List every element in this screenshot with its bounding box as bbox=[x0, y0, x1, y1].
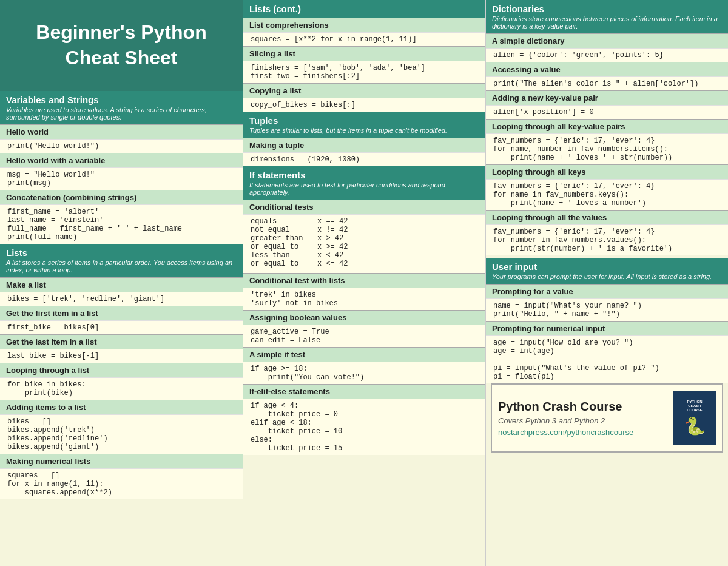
cond-label-gte: or equal to bbox=[251, 243, 311, 251]
hello-world-var-code: msg = "Hello world!" print(msg) bbox=[0, 167, 243, 190]
slicing-list-code: finishers = ['sam', 'bob', 'ada', 'bea']… bbox=[243, 61, 485, 83]
prompting-num-header: Prompting for numerical input bbox=[486, 321, 728, 335]
loop-vals-header: Looping through all the values bbox=[486, 210, 728, 224]
lists-section-header: Lists A list stores a series of items in… bbox=[0, 244, 243, 277]
prompting-num-code: age = input("How old are you? ") age = i… bbox=[486, 335, 728, 383]
loop-keys-header: Looping through all keys bbox=[486, 164, 728, 179]
prompting-val-header: Prompting for a value bbox=[486, 284, 728, 298]
adding-items-code: bikes = [] bikes.append('trek') bikes.ap… bbox=[0, 414, 243, 454]
cond-val-gt: x > 42 bbox=[317, 234, 343, 243]
concatenation-code: first_name = 'albert' last_name = 'einst… bbox=[0, 204, 243, 244]
page: Beginner's Python Cheat Sheet Variables … bbox=[0, 0, 728, 566]
cond-label-lt: less than bbox=[251, 251, 311, 260]
loop-vals-code: fav_numbers = {'eric': 17, 'ever': 4} fo… bbox=[486, 224, 728, 255]
cond-lists-code: 'trek' in bikes 'surly' not in bikes bbox=[243, 288, 485, 310]
list-comp-header: List comprehensions bbox=[243, 18, 485, 32]
add-kv-header: Adding a new key-value pair bbox=[486, 90, 728, 105]
hello-world-var-header: Hello world with a variable bbox=[0, 153, 243, 167]
if-elif-code: if age < 4: ticket_price = 0 elif age < … bbox=[243, 399, 485, 455]
boolean-header: Assigning boolean values bbox=[243, 310, 485, 325]
user-input-section-header: User input Your programs can prompt the … bbox=[486, 258, 728, 284]
adding-items-header: Adding items to a list bbox=[0, 400, 243, 414]
cond-row-equals: equals x == 42 bbox=[251, 217, 478, 226]
cond-label-not-equal: not equal bbox=[251, 226, 311, 234]
variables-section-header: Variables and Strings Variables are used… bbox=[0, 91, 243, 124]
concatenation-header: Concatenation (combining strings) bbox=[0, 190, 243, 204]
add-kv-code: alien['x_position'] = 0 bbox=[486, 105, 728, 119]
cond-lists-header: Conditional test with lists bbox=[243, 273, 485, 288]
cond-val-not-equal: x != 42 bbox=[317, 226, 348, 234]
book-cover-snake: 🐍 bbox=[684, 416, 706, 436]
loop-all-kv-code: fav_numbers = {'eric': 17, 'ever': 4} fo… bbox=[486, 133, 728, 164]
cond-label-gt: greater than bbox=[251, 234, 311, 243]
slicing-list-header: Slicing a list bbox=[243, 46, 485, 61]
book-promo: Python Crash Course Covers Python 3 and … bbox=[491, 383, 723, 453]
make-list-header: Make a list bbox=[0, 277, 243, 292]
simple-dict-code: alien = {'color': 'green', 'points': 5} bbox=[486, 48, 728, 62]
cond-row-lt: less than x < 42 bbox=[251, 251, 478, 260]
numerical-lists-header: Making numerical lists bbox=[0, 454, 243, 468]
hello-world-code: print("Hello world!") bbox=[0, 139, 243, 153]
copying-list-code: copy_of_bikes = bikes[:] bbox=[243, 98, 485, 112]
make-list-code: bikes = ['trek', 'redline', 'giant'] bbox=[0, 292, 243, 306]
cond-label-lte: or equal to bbox=[251, 260, 311, 268]
user-input-desc: Your programs can prompt the user for in… bbox=[492, 273, 722, 280]
lists-header: Lists bbox=[6, 248, 237, 258]
cond-label-equals: equals bbox=[251, 217, 311, 226]
column-2: Lists (cont.) List comprehensions square… bbox=[243, 0, 485, 566]
dict-desc: Dictionaries store connections between p… bbox=[492, 15, 722, 30]
variables-desc: Variables are used to store values. A st… bbox=[6, 106, 237, 121]
column-3: Dictionaries Dictionaries store connecti… bbox=[485, 0, 728, 566]
last-item-header: Get the last item in a list bbox=[0, 334, 243, 349]
simple-dict-header: A simple dictionary bbox=[486, 33, 728, 48]
first-item-header: Get the first item in a list bbox=[0, 306, 243, 320]
simple-if-header: A simple if test bbox=[243, 347, 485, 362]
numerical-lists-code: squares = [] for x in range(1, 11): squa… bbox=[0, 468, 243, 499]
book-text: Python Crash Course Covers Python 3 and … bbox=[498, 400, 667, 437]
access-val-header: Accessing a value bbox=[486, 62, 728, 76]
cond-tests-header: Conditional tests bbox=[243, 200, 485, 214]
tuples-desc: Tuples are similar to lists, but the ite… bbox=[249, 127, 479, 134]
title-block: Beginner's Python Cheat Sheet bbox=[0, 0, 243, 91]
cond-row-lte: or equal to x <= 42 bbox=[251, 260, 478, 268]
book-link: nostarchpress.com/pythoncrashcourse bbox=[498, 428, 667, 437]
cond-row-gt: greater than x > 42 bbox=[251, 234, 478, 243]
cond-row-not-equal: not equal x != 42 bbox=[251, 226, 478, 234]
loop-keys-code: fav_numbers = {'eric': 17, 'ever': 4} fo… bbox=[486, 179, 728, 210]
cond-tests-code: equals x == 42 not equal x != 42 greater… bbox=[243, 214, 485, 273]
variables-header: Variables and Strings bbox=[6, 95, 237, 105]
loop-all-kv-header: Looping through all key-value pairs bbox=[486, 119, 728, 133]
copying-list-header: Copying a list bbox=[243, 83, 485, 98]
page-title: Beginner's Python Cheat Sheet bbox=[36, 20, 206, 70]
hello-world-header: Hello world bbox=[0, 124, 243, 139]
book-cover: PYTHONCRASHCOURSE 🐍 bbox=[673, 391, 716, 445]
lists-desc: A list stores a series of items in a par… bbox=[6, 259, 237, 274]
cond-val-gte: x >= 42 bbox=[317, 243, 348, 251]
lists-cont-header: Lists (cont.) bbox=[243, 0, 485, 18]
first-item-code: first_bike = bikes[0] bbox=[0, 320, 243, 334]
cond-val-lte: x <= 42 bbox=[317, 260, 348, 268]
prompting-val-code: name = input("What's your name? ") print… bbox=[486, 298, 728, 321]
dict-section-header: Dictionaries Dictionaries store connecti… bbox=[486, 0, 728, 33]
book-cover-title: PYTHONCRASHCOURSE bbox=[687, 400, 703, 413]
cond-val-lt: x < 42 bbox=[317, 251, 343, 260]
simple-if-code: if age >= 18: print("You can vote!") bbox=[243, 362, 485, 384]
dict-header: Dictionaries bbox=[492, 4, 722, 14]
tuples-header: Tuples bbox=[249, 115, 479, 126]
making-tuple-code: dimensions = (1920, 1080) bbox=[243, 152, 485, 166]
boolean-code: game_active = True can_edit = False bbox=[243, 325, 485, 347]
column-1: Beginner's Python Cheat Sheet Variables … bbox=[0, 0, 243, 566]
making-tuple-header: Making a tuple bbox=[243, 138, 485, 152]
tuples-section-header: Tuples Tuples are similar to lists, but … bbox=[243, 112, 485, 138]
cond-row-gte: or equal to x >= 42 bbox=[251, 243, 478, 251]
last-item-code: last_bike = bikes[-1] bbox=[0, 349, 243, 363]
cond-val-equals: x == 42 bbox=[317, 217, 348, 226]
user-input-header: User input bbox=[492, 261, 722, 272]
list-comp-code: squares = [x**2 for x in range(1, 11)] bbox=[243, 32, 485, 46]
looping-list-code: for bike in bikes: print(bike) bbox=[0, 377, 243, 400]
if-elif-header: If-elif-else statements bbox=[243, 384, 485, 399]
access-val-code: print("The alien's color is " + alien['c… bbox=[486, 76, 728, 90]
if-header: If statements bbox=[249, 170, 479, 180]
book-title: Python Crash Course bbox=[498, 400, 667, 414]
looping-list-header: Looping through a list bbox=[0, 363, 243, 377]
